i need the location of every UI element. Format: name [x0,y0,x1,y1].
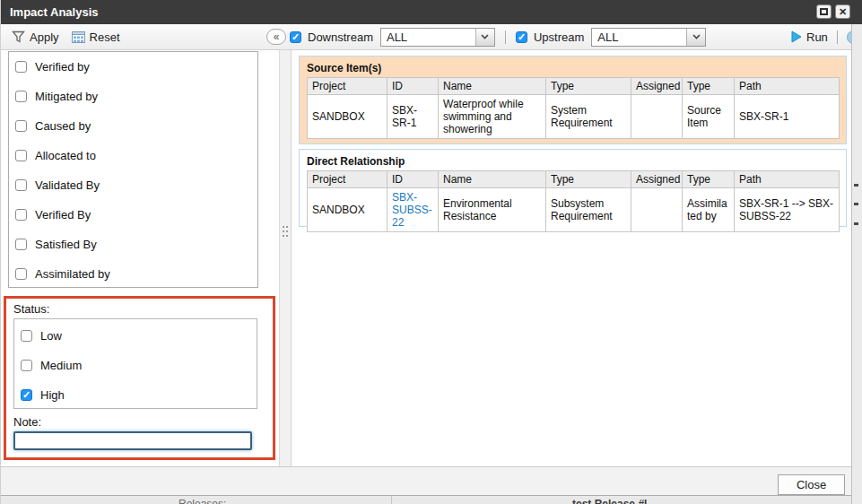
checkbox-label: Satisfied By [35,238,97,251]
toolbar: Apply Reset « Downstream [1,24,853,50]
minimize-button[interactable] [816,4,832,19]
run-button[interactable]: Run [791,30,828,44]
medium-checkbox[interactable] [21,360,32,371]
verified-by-checkbox[interactable] [15,61,27,73]
apply-label: Apply [30,30,59,44]
table-cell [631,95,683,139]
checkbox-label: Verified by [35,60,90,74]
column-header: ID [387,171,439,188]
column-header: Type [546,171,631,188]
direct-relationship-panel: Direct Relationship ProjectIDNameTypeAss… [299,149,847,227]
filter-sidebar: Verified byMitigated byCaused byAllocate… [1,50,279,466]
reset-grid-icon [72,31,85,43]
direct-relationship-table: ProjectIDNameTypeAssignedTypePathSANDBOX… [307,170,840,232]
downstream-label: Downstream [308,30,373,44]
source-items-table-wrap: ProjectIDNameTypeAssignedTypePathSANDBOX… [307,77,839,139]
background-text-fragment: Releases: [178,498,226,504]
source-items-panel: Source Item(s) ProjectIDNameTypeAssigned… [299,56,847,144]
column-header: Type [683,171,735,188]
checkbox-label: Low [40,329,62,343]
downstream-value: ALL [381,29,475,46]
stream-controls: Downstream ALL Upstream ALL [290,24,706,49]
table-cell: SBX-SUBSS-22 [387,188,439,232]
high-checkbox[interactable] [21,389,32,401]
checkbox-row: Verified by [9,52,257,82]
checkbox-row: Verified By [9,200,257,230]
table-cell [631,188,683,232]
status-annotation-box: Status: LowMediumHigh Note: [4,296,275,460]
play-icon [791,30,802,43]
allocated-to-checkbox[interactable] [15,150,27,161]
background-artifact [854,203,858,205]
table-cell: SBX-SR-1 [735,95,840,139]
close-window-button[interactable]: ✕ [835,4,850,19]
checkbox-label: Verified By [35,208,91,222]
chevron-down-icon [475,29,494,46]
apply-button[interactable]: Apply [12,30,59,44]
collapse-sidebar-button[interactable]: « [266,29,286,45]
checkbox-row: Assimilated by [9,259,257,288]
table-cell: System Requirement [546,95,631,139]
reset-button[interactable]: Reset [72,30,120,44]
table-cell: SANDBOX [308,95,387,139]
table-cell: Source Item [683,95,735,139]
column-header: Name [439,78,546,95]
upstream-select[interactable]: ALL [591,28,706,47]
table-cell: Assimilated by [683,188,735,232]
verified-by-checkbox[interactable] [15,209,27,221]
checkbox-row: Mitigated by [9,82,257,111]
source-items-title: Source Item(s) [300,56,846,77]
dialog-footer: Close [1,466,851,495]
low-checkbox[interactable] [21,330,32,342]
checkbox-row: Satisfied By [9,230,257,259]
item-link[interactable]: SBX-SUBSS-22 [392,191,432,229]
downstream-select[interactable]: ALL [380,28,495,47]
upstream-value: ALL [592,29,686,46]
note-label: Note: [13,415,41,429]
checkbox-label: Allocated to [35,149,96,162]
upstream-label: Upstream [534,30,584,44]
mitigated-by-checkbox[interactable] [15,91,27,102]
column-header: Type [683,78,735,95]
dialog-titlebar: Impact Analysis ✕ [1,0,862,24]
column-header: Assigned [631,171,683,188]
note-input[interactable] [13,431,252,450]
splitter-grip-icon [283,226,284,228]
checkbox-label: Medium [40,359,82,372]
table-cell: Subsystem Requirement [546,188,631,232]
table-row: SANDBOXSBX-SUBSS-22Environmental Resista… [308,188,840,232]
validated-by-checkbox[interactable] [15,179,27,191]
reset-label: Reset [90,30,120,44]
checkbox-label: High [40,388,65,402]
table-header-row: ProjectIDNameTypeAssignedTypePath [308,78,840,95]
table-cell: Waterproof while swimming and showering [439,95,546,139]
checkbox-row: Low [14,321,257,351]
close-dialog-button[interactable]: Close [778,474,845,495]
background-artifact [854,222,858,225]
checkbox-label: Mitigated by [35,90,98,103]
table-cell: SBX-SR-1 [387,95,439,139]
table-header-row: ProjectIDNameTypeAssignedTypePath [308,171,840,188]
background-divider [391,496,392,504]
table-row: SANDBOXSBX-SR-1Waterproof while swimming… [308,95,840,139]
background-page-edge [851,24,862,504]
direct-relationship-title: Direct Relationship [300,150,846,170]
checkbox-row: Validated By [9,170,257,200]
panel-splitter[interactable] [279,50,292,466]
run-controls: Run ? [791,24,860,49]
upstream-checkbox[interactable] [516,31,527,43]
downstream-checkbox[interactable] [290,31,301,43]
assimilated-by-checkbox[interactable] [15,268,27,280]
dialog-title: Impact Analysis [10,0,99,24]
table-cell: SBX-SR-1 --> SBX-SUBSS-22 [735,188,840,232]
results-area: Source Item(s) ProjectIDNameTypeAssigned… [292,50,851,466]
chevron-down-icon [686,29,705,46]
run-label: Run [806,30,828,44]
source-items-table: ProjectIDNameTypeAssignedTypePathSANDBOX… [307,77,840,139]
caused-by-checkbox[interactable] [15,120,27,132]
column-header: Assigned [631,78,683,95]
satisfied-by-checkbox[interactable] [15,239,27,250]
column-header: Path [735,171,840,188]
status-label: Status: [13,302,49,316]
direct-relationship-table-wrap: ProjectIDNameTypeAssignedTypePathSANDBOX… [307,170,839,232]
